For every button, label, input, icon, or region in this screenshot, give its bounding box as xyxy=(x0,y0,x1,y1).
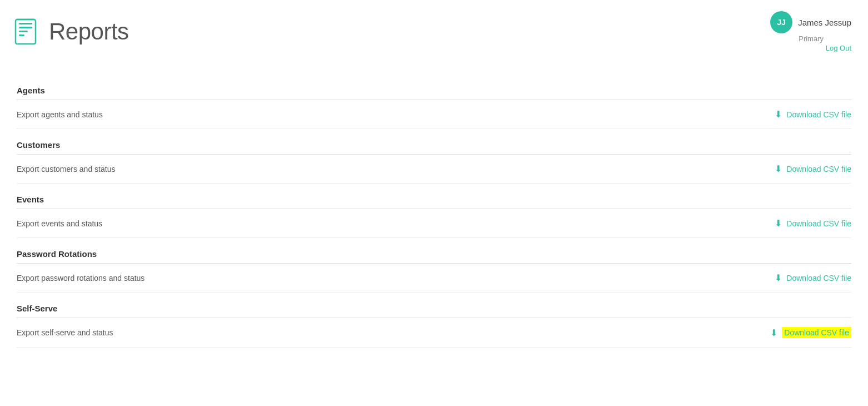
section-header-agents: Agents xyxy=(17,75,851,100)
page-title: Reports xyxy=(49,18,129,45)
download-label-self-serve: Download CSV file xyxy=(782,327,851,338)
svg-rect-1 xyxy=(19,23,32,24)
section-header-self-serve: Self-Serve xyxy=(17,293,851,318)
avatar: JJ xyxy=(770,11,792,33)
report-row-agents-export: Export agents and status ⬇ Download CSV … xyxy=(17,100,851,129)
svg-rect-3 xyxy=(19,31,28,32)
user-info: JJ James Jessup xyxy=(770,11,851,33)
svg-rect-2 xyxy=(19,27,32,28)
report-row-label-self-serve: Export self-serve and status xyxy=(17,328,113,337)
section-header-password-rotations: Password Rotations xyxy=(17,238,851,264)
logout-link[interactable]: Log Out xyxy=(826,44,851,52)
download-icon-password-rotations: ⬇ xyxy=(775,273,782,283)
header-right: JJ James Jessup Primary Log Out xyxy=(770,11,851,52)
report-row-label-customers: Export customers and status xyxy=(17,165,115,174)
download-icon-events: ⬇ xyxy=(775,218,782,229)
download-icon-customers: ⬇ xyxy=(775,164,782,174)
svg-rect-5 xyxy=(17,18,34,21)
report-row-customers-export: Export customers and status ⬇ Download C… xyxy=(17,155,851,184)
download-csv-password-rotations[interactable]: ⬇ Download CSV file xyxy=(775,273,851,283)
report-row-label-events: Export events and status xyxy=(17,219,102,228)
download-csv-events[interactable]: ⬇ Download CSV file xyxy=(775,218,851,229)
reports-icon xyxy=(11,17,40,46)
header-left: Reports xyxy=(11,17,129,46)
page-header: Reports JJ James Jessup Primary Log Out xyxy=(0,0,868,63)
download-csv-customers[interactable]: ⬇ Download CSV file xyxy=(775,164,851,174)
svg-rect-4 xyxy=(19,34,24,36)
main-content: Agents Export agents and status ⬇ Downlo… xyxy=(0,63,868,359)
download-label-events: Download CSV file xyxy=(786,219,851,228)
download-label-password-rotations: Download CSV file xyxy=(786,274,851,283)
download-csv-self-serve[interactable]: ⬇ Download CSV file xyxy=(770,327,851,338)
download-csv-agents[interactable]: ⬇ Download CSV file xyxy=(775,109,851,120)
report-row-events-export: Export events and status ⬇ Download CSV … xyxy=(17,209,851,238)
section-header-events: Events xyxy=(17,184,851,209)
report-row-label-password-rotations: Export password rotations and status xyxy=(17,274,144,283)
report-row-self-serve-export: Export self-serve and status ⬇ Download … xyxy=(17,318,851,348)
download-label-agents: Download CSV file xyxy=(786,110,851,119)
report-row-label-agents: Export agents and status xyxy=(17,110,103,119)
section-header-customers: Customers xyxy=(17,129,851,155)
user-name: James Jessup xyxy=(798,18,851,27)
download-label-customers: Download CSV file xyxy=(786,165,851,174)
download-icon-agents: ⬇ xyxy=(775,109,782,120)
report-row-password-rotations-export: Export password rotations and status ⬇ D… xyxy=(17,264,851,293)
download-icon-self-serve: ⬇ xyxy=(770,328,777,338)
user-role: Primary xyxy=(799,34,851,43)
